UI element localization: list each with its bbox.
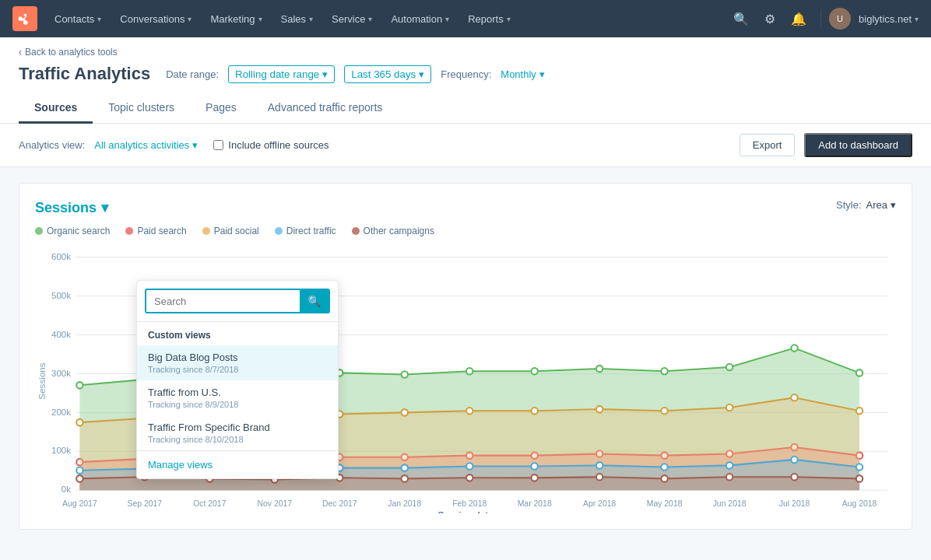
sessions-title[interactable]: Sessions ▾ — [35, 199, 108, 216]
export-button[interactable]: Export — [740, 134, 796, 156]
chevron-down-icon: ▾ — [419, 68, 424, 80]
svg-text:Jul 2018: Jul 2018 — [779, 499, 810, 508]
settings-icon-btn[interactable]: ⚙ — [758, 7, 782, 31]
back-link[interactable]: ‹ Back to analytics tools — [19, 47, 912, 58]
svg-point-78 — [726, 462, 733, 469]
svg-point-63 — [596, 406, 603, 413]
page-title: Traffic Analytics — [19, 64, 150, 84]
page-title-row: Traffic Analytics Date range: Rolling da… — [19, 64, 912, 84]
search-icon-btn[interactable]: 🔍 — [727, 7, 755, 31]
style-value-btn[interactable]: Area ▾ — [866, 199, 896, 211]
manage-views-link[interactable]: Manage views — [137, 450, 338, 478]
svg-point-90 — [661, 475, 667, 482]
svg-point-65 — [726, 404, 733, 411]
svg-point-36 — [532, 368, 538, 375]
svg-point-61 — [466, 408, 473, 415]
analytics-view-label: Analytics view: — [19, 139, 85, 151]
svg-text:Jan 2018: Jan 2018 — [388, 499, 421, 508]
date-controls: Date range: Rolling date range ▾ Last 36… — [166, 65, 545, 83]
hubspot-logo[interactable] — [12, 6, 37, 31]
frequency-btn[interactable]: Monthly ▾ — [501, 68, 545, 80]
custom-views-label: Custom views — [137, 322, 338, 345]
svg-point-73 — [402, 464, 408, 471]
svg-text:Sessions: Sessions — [37, 362, 47, 400]
nav-divider — [820, 9, 821, 28]
dropdown-search-area: 🔍 — [137, 281, 338, 322]
svg-text:Jun 2018: Jun 2018 — [713, 499, 747, 508]
legend-dot-other — [352, 227, 360, 235]
chart-header: Sessions ▾ Style: Area ▾ — [35, 199, 896, 216]
nav-conversations[interactable]: Conversations ▾ — [112, 9, 199, 30]
svg-point-68 — [76, 467, 83, 474]
date-period-btn[interactable]: Last 365 days ▾ — [344, 65, 431, 83]
search-input[interactable] — [146, 291, 300, 312]
chevron-down-icon: ▾ — [101, 199, 108, 216]
svg-point-34 — [402, 371, 408, 378]
nav-sales[interactable]: Sales ▾ — [273, 9, 321, 30]
svg-text:300k: 300k — [51, 369, 71, 378]
style-label: Style: — [836, 199, 862, 211]
user-avatar[interactable]: U — [829, 8, 851, 30]
legend-label-direct: Direct traffic — [286, 226, 336, 236]
svg-text:Sep 2017: Sep 2017 — [128, 499, 163, 508]
svg-point-39 — [726, 364, 733, 371]
svg-text:200k: 200k — [51, 407, 71, 416]
legend-label-paid-social: Paid social — [214, 226, 259, 236]
nav-contacts[interactable]: Contacts ▾ — [47, 9, 109, 30]
chevron-down-icon: ▾ — [891, 199, 896, 211]
tab-pages[interactable]: Pages — [190, 93, 252, 124]
nav-service[interactable]: Service ▾ — [324, 9, 380, 30]
svg-point-89 — [596, 474, 603, 481]
svg-point-77 — [661, 464, 667, 471]
nav-reports[interactable]: Reports ▾ — [460, 9, 518, 30]
svg-point-35 — [466, 368, 473, 375]
dropdown-item-title-0: Big Data Blog Posts — [148, 352, 327, 363]
tab-topic-clusters[interactable]: Topic clusters — [93, 93, 190, 124]
user-menu[interactable]: biglytics.net ▾ — [859, 13, 919, 25]
rolling-date-range-btn[interactable]: Rolling date range ▾ — [228, 65, 335, 83]
chevron-down-icon: ▾ — [192, 139, 198, 151]
dropdown-item-traffic-us[interactable]: Traffic from U.S. Tracking since 8/9/201… — [137, 380, 338, 415]
notifications-icon-btn[interactable]: 🔔 — [785, 7, 813, 31]
tab-advanced-traffic[interactable]: Advanced traffic reports — [252, 93, 399, 124]
analytics-view-dropdown: 🔍 Custom views Big Data Blog Posts Track… — [136, 280, 339, 479]
svg-text:Mar 2018: Mar 2018 — [518, 499, 552, 508]
chevron-left-icon: ‹ — [19, 47, 22, 58]
svg-text:Apr 2018: Apr 2018 — [583, 499, 616, 508]
dropdown-item-sub-1: Tracking since 8/9/2018 — [148, 400, 327, 409]
svg-point-79 — [791, 457, 797, 464]
dropdown-list: Custom views Big Data Blog Posts Trackin… — [137, 322, 338, 450]
legend-dot-organic — [35, 227, 43, 235]
nav-marketing[interactable]: Marketing ▾ — [202, 9, 269, 30]
dropdown-item-title-2: Traffic From Specific Brand — [148, 422, 327, 433]
chevron-down-icon: ▾ — [322, 68, 328, 80]
top-navigation: Contacts ▾ Conversations ▾ Marketing ▾ S… — [0, 0, 931, 37]
dropdown-item-big-data[interactable]: Big Data Blog Posts Tracking since 8/7/2… — [137, 345, 338, 380]
legend-dot-paid-search — [125, 227, 133, 235]
analytics-view-btn[interactable]: All analytics activities ▾ — [94, 139, 198, 151]
svg-point-80 — [856, 464, 862, 471]
add-to-dashboard-button[interactable]: Add to dashboard — [804, 133, 912, 157]
svg-point-74 — [466, 463, 473, 470]
chart-container: Sessions ▾ Style: Area ▾ Organic search … — [19, 183, 912, 530]
svg-point-66 — [791, 394, 797, 401]
svg-point-87 — [466, 474, 473, 481]
svg-text:600k: 600k — [51, 252, 71, 261]
dropdown-item-traffic-brand[interactable]: Traffic From Specific Brand Tracking sin… — [137, 415, 338, 450]
nav-automation[interactable]: Automation ▾ — [383, 9, 457, 30]
svg-point-41 — [856, 369, 862, 376]
tab-sources[interactable]: Sources — [19, 93, 93, 124]
svg-point-67 — [856, 408, 862, 415]
svg-point-86 — [402, 475, 408, 482]
search-button[interactable]: 🔍 — [300, 290, 328, 312]
svg-text:500k: 500k — [51, 291, 71, 300]
chart-legend: Organic search Paid search Paid social D… — [35, 226, 896, 236]
svg-point-75 — [532, 463, 538, 470]
svg-text:Feb 2018: Feb 2018 — [452, 499, 487, 508]
legend-dot-paid-social — [202, 227, 210, 235]
style-selector: Style: Area ▾ — [836, 199, 896, 211]
offline-sources-checkbox[interactable] — [213, 140, 223, 150]
legend-label-other: Other campaigns — [364, 226, 434, 236]
dropdown-item-sub-0: Tracking since 8/7/2018 — [148, 365, 327, 374]
svg-point-38 — [661, 368, 667, 375]
